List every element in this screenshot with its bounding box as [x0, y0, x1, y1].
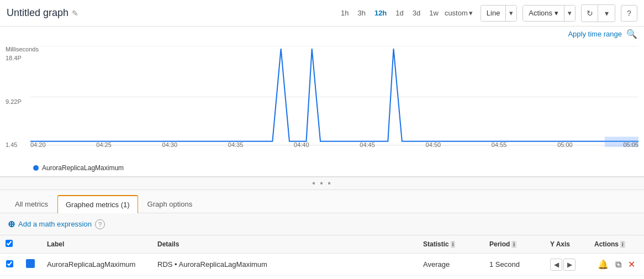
tabs-bar: All metrics Graphed metrics (1) Graph op… — [0, 190, 644, 213]
row-delete-btn[interactable]: ✕ — [626, 258, 637, 271]
help-btn[interactable]: ? — [621, 5, 637, 22]
th-color — [19, 235, 41, 254]
time-btn-1h[interactable]: 1h — [338, 8, 351, 18]
row-bell-btn[interactable]: 🔔 — [595, 258, 611, 271]
legend-label: AuroraReplicaLagMaximum — [42, 164, 124, 172]
x-tick-8: 05:00 — [557, 141, 573, 148]
time-btn-1d[interactable]: 1d — [393, 8, 406, 18]
collapse-divider[interactable]: • • • — [0, 177, 644, 190]
tab-graph-options[interactable]: Graph options — [139, 195, 201, 213]
add-math-row: ⊕ Add a math expression ? — [0, 213, 644, 235]
y-axis: Milliseconds 18.4P 9.22P 1.45 — [6, 46, 30, 148]
time-btn-12h[interactable]: 12h — [372, 8, 389, 18]
x-tick-9: 05:05 — [623, 141, 638, 148]
row-checkbox-cell — [0, 254, 19, 276]
chart-svg: 04:20 04:25 04:30 04:35 04:40 04:45 04:5… — [30, 46, 638, 148]
actions-dropdown: Actions ▾ ▾ — [522, 5, 576, 22]
period-info-icon[interactable]: i — [511, 241, 516, 248]
add-icon: ⊕ — [8, 219, 15, 229]
table-row: AuroraReplicaLagMaximum RDS • AuroraRepl… — [0, 254, 644, 276]
row-label-cell: AuroraReplicaLagMaximum — [41, 254, 152, 276]
row-details-cell: RDS • AuroraReplicaLagMaximum — [152, 254, 418, 276]
row-statistic-cell: Average — [418, 254, 484, 276]
row-statistic: Average — [423, 260, 450, 269]
th-checkbox — [0, 235, 19, 254]
time-btn-1w[interactable]: 1w — [426, 8, 441, 18]
x-tick-5: 04:45 — [360, 141, 375, 148]
legend-area: AuroraReplicaLagMaximum — [0, 162, 644, 174]
title-area: Untitled graph ✎ — [7, 7, 117, 19]
y-axis-left-btn[interactable]: ◀ — [550, 259, 562, 271]
th-label: Label — [41, 235, 152, 254]
select-all-checkbox[interactable] — [6, 240, 13, 247]
y-tick-2: 1.45 — [6, 141, 30, 148]
chart-type-selector: Line ▾ — [481, 5, 518, 22]
th-statistic: Statistic i — [418, 235, 484, 254]
x-tick-7: 04:55 — [492, 141, 507, 148]
refresh-arrow-btn[interactable]: ▾ — [598, 5, 615, 22]
divider-dots: • • • — [312, 178, 332, 188]
row-copy-btn[interactable]: ⧉ — [613, 259, 624, 271]
th-details: Details — [152, 235, 418, 254]
th-actions: Actions i — [589, 235, 644, 254]
y-tick-1: 9.22P — [6, 98, 30, 105]
row-label: AuroraReplicaLagMaximum — [47, 260, 135, 269]
th-yaxis: Y Axis — [545, 235, 589, 254]
th-period: Period i — [484, 235, 545, 254]
table-header-row: Label Details Statistic i Period — [0, 235, 644, 254]
metrics-table: Label Details Statistic i Period — [0, 235, 644, 276]
chart-type-main[interactable]: Line — [481, 6, 506, 21]
time-btn-3d[interactable]: 3d — [410, 8, 423, 18]
tab-graphed-metrics[interactable]: Graphed metrics (1) — [57, 195, 138, 213]
y-ticks: 18.4P 9.22P 1.45 — [6, 55, 30, 148]
add-math-expression-link[interactable]: Add a math expression — [18, 220, 92, 228]
legend-dot — [33, 165, 39, 171]
y-axis-right-btn[interactable]: ▶ — [563, 259, 576, 271]
tab-all-metrics[interactable]: All metrics — [7, 195, 56, 213]
row-period: 1 Second — [489, 260, 520, 269]
actions-arrow-btn[interactable]: ▾ — [564, 6, 575, 21]
time-range-buttons: 1h 3h 12h 1d 3d 1w custom ▾ Line ▾ Actio… — [338, 4, 637, 22]
chevron-down-icon: ▾ — [469, 9, 473, 17]
apply-time-range-bar: Apply time range 🔍 — [0, 27, 644, 41]
chevron-down-icon-actions: ▾ — [555, 9, 558, 17]
color-swatch[interactable] — [26, 259, 35, 268]
statistic-info-icon[interactable]: i — [451, 241, 456, 248]
row-period-cell: 1 Second — [484, 254, 545, 276]
row-details: RDS • AuroraReplicaLagMaximum — [157, 260, 267, 269]
search-icon[interactable]: 🔍 — [626, 29, 637, 39]
row-yaxis-cell: ◀ ▶ — [545, 254, 589, 276]
x-tick-6: 04:50 — [426, 141, 441, 148]
y-axis-nav: ◀ ▶ — [550, 259, 583, 271]
chart-inner: Milliseconds 18.4P 9.22P 1.45 — [6, 46, 638, 162]
time-btn-3h[interactable]: 3h — [355, 8, 368, 18]
row-color-cell — [19, 254, 41, 276]
graph-title: Untitled graph — [7, 7, 68, 19]
actions-info-icon[interactable]: i — [620, 241, 625, 248]
chart-container: Milliseconds 18.4P 9.22P 1.45 — [0, 41, 644, 177]
time-btn-custom[interactable]: custom ▾ — [445, 9, 473, 17]
x-tick-1: 04:25 — [96, 141, 112, 148]
x-axis-ticks: 04:20 04:25 04:30 04:35 04:40 04:45 04:5… — [30, 141, 638, 148]
header: Untitled graph ✎ 1h 3h 12h 1d 3d 1w cust… — [0, 0, 644, 27]
actions-main-btn[interactable]: Actions ▾ — [523, 6, 564, 21]
edit-icon[interactable]: ✎ — [72, 9, 78, 18]
y-tick-0: 18.4P — [6, 55, 30, 61]
row-checkbox[interactable] — [6, 260, 13, 267]
row-actions-cell: 🔔 ⧉ ✕ — [589, 254, 644, 276]
apply-time-range-link[interactable]: Apply time range — [568, 30, 622, 38]
refresh-group: ↻ ▾ — [581, 4, 615, 22]
x-tick-2: 04:30 — [162, 141, 178, 148]
help-icon[interactable]: ? — [95, 219, 105, 229]
x-tick-4: 04:40 — [294, 141, 309, 148]
refresh-btn[interactable]: ↻ — [582, 5, 598, 22]
x-tick-0: 04:20 — [30, 141, 46, 148]
chart-type-arrow[interactable]: ▾ — [506, 6, 516, 21]
x-tick-3: 04:35 — [228, 141, 244, 148]
metrics-area: ⊕ Add a math expression ? Label Details — [0, 213, 644, 276]
